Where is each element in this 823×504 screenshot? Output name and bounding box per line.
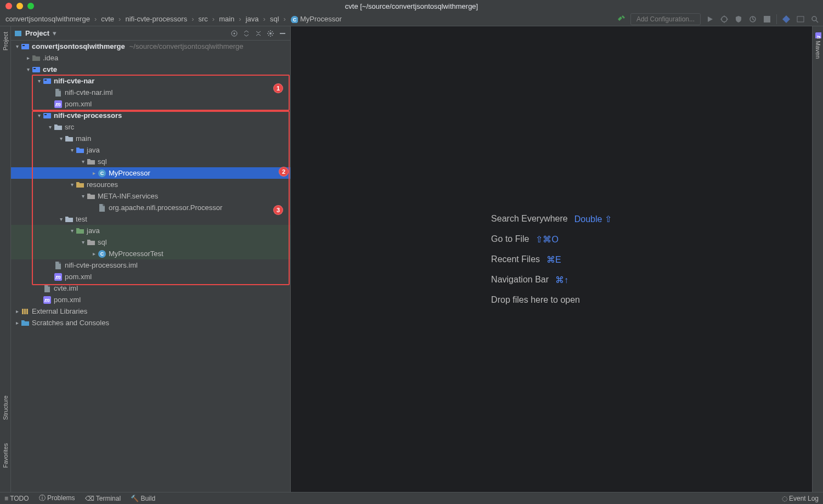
window-close-button[interactable] [5, 3, 12, 9]
hide-icon[interactable] [278, 29, 287, 38]
annotation-badge-2: 2 [279, 167, 289, 177]
gutter-tab-favorites[interactable]: Favorites [2, 440, 9, 471]
status-todo[interactable]: ≡ TODO [4, 495, 29, 502]
status-bar: ≡ TODO ⓘ Problems ⌫ Terminal 🔨 Build ◌ E… [0, 492, 823, 504]
window-title: cvte [~/source/convertjsontosqlwithmerge… [0, 2, 823, 10]
breadcrumb-item[interactable]: MyProcessor [288, 13, 344, 25]
tree-node-main[interactable]: ▾ main [11, 133, 290, 144]
svg-rect-14 [15, 31, 21, 36]
build-hammer-icon[interactable] [616, 14, 626, 24]
shortcut-label: Double ⇧ [574, 214, 612, 224]
tree-node-java-test[interactable]: ▾ java [11, 225, 290, 236]
tree-node-spi-file[interactable]: org.apache.nifi.processor.Processor [11, 202, 290, 213]
svg-rect-11 [764, 16, 770, 22]
editor-empty-state[interactable]: Search Everywhere Double ⇧ Go to File ⇧⌘… [291, 26, 812, 492]
hint-search-everywhere: Search Everywhere Double ⇧ [491, 214, 612, 224]
annotation-badge-3: 3 [273, 205, 283, 215]
annotation-badge-1: 1 [273, 83, 283, 93]
tree-node-src[interactable]: ▾ src [11, 121, 290, 133]
hint-goto-file: Go to File ⇧⌘O [491, 234, 612, 245]
project-tool-window: Project ▾ ▾ convertjsontosqlwithmerge ~/… [11, 26, 291, 492]
svg-point-17 [269, 32, 272, 35]
tree-node-processors-module[interactable]: ▾ nifi-cvte-processors [11, 110, 290, 121]
git-icon[interactable] [781, 14, 791, 24]
svg-rect-12 [797, 16, 804, 22]
status-build[interactable]: 🔨 Build [131, 495, 155, 502]
search-icon[interactable] [810, 14, 820, 24]
svg-rect-18 [280, 33, 285, 34]
tree-node-scratches[interactable]: ▸ Scratches and Consoles [11, 317, 290, 329]
title-bar: cvte [~/source/convertjsontosqlwithmerge… [0, 0, 823, 12]
gear-icon[interactable] [266, 29, 275, 38]
tree-node-proc-pom[interactable]: pom.xml [11, 271, 290, 282]
tree-node-sql-main[interactable]: ▾ sql [11, 156, 290, 167]
ide-settings-icon[interactable] [796, 14, 805, 24]
tree-node-meta-inf[interactable]: ▾ META-INF.services [11, 190, 290, 202]
gutter-tab-maven[interactable]: Maven [815, 29, 821, 62]
stop-icon[interactable] [762, 14, 772, 24]
status-terminal[interactable]: ⌫ Terminal [85, 495, 121, 502]
gutter-tab-project[interactable]: Project [2, 29, 9, 54]
window-minimize-button[interactable] [16, 3, 23, 9]
breadcrumb-item[interactable]: main [217, 13, 236, 25]
project-pane-header: Project ▾ [11, 26, 290, 41]
shortcut-label: ⌘↑ [555, 275, 568, 285]
status-problems[interactable]: ⓘ Problems [39, 494, 75, 503]
right-tool-gutter: Maven [812, 26, 823, 492]
breadcrumb-item[interactable]: nifi-cvte-processors [123, 13, 189, 25]
svg-point-9 [721, 16, 727, 22]
breadcrumb-item[interactable]: convertjsontosqlwithmerge [3, 13, 92, 25]
left-tool-gutter: Project Structure Favorites [0, 26, 11, 492]
navigation-bar: convertjsontosqlwithmerge › cvte › nifi-… [0, 12, 823, 26]
locate-icon[interactable] [230, 29, 239, 38]
breadcrumb-item[interactable]: cvte [99, 13, 116, 25]
breadcrumb-item[interactable]: src [196, 13, 210, 25]
collapse-all-icon[interactable] [254, 29, 263, 38]
run-icon[interactable] [705, 14, 715, 24]
tree-node-cvte-iml[interactable]: cvte.iml [11, 282, 290, 294]
shortcut-label: ⌘E [546, 254, 561, 265]
tree-node-test[interactable]: ▾ test [11, 213, 290, 225]
tree-node-cvte[interactable]: ▾ cvte [11, 64, 290, 75]
debug-icon[interactable] [719, 14, 729, 24]
tree-node-external-libraries[interactable]: ▸ External Libraries [11, 305, 290, 317]
add-configuration-button[interactable]: Add Configuration... [630, 13, 701, 25]
shortcut-label: ⇧⌘O [535, 234, 558, 245]
breadcrumb: convertjsontosqlwithmerge › cvte › nifi-… [3, 13, 616, 25]
tree-node-idea[interactable]: ▸ .idea [11, 52, 290, 64]
tree-node-sql-test[interactable]: ▾ sql [11, 236, 290, 248]
gutter-tab-structure[interactable]: Structure [2, 392, 9, 423]
tree-node-root[interactable]: ▾ convertjsontosqlwithmerge ~/source/con… [11, 41, 290, 52]
tree-node-nar-module[interactable]: ▾ nifi-cvte-nar [11, 75, 290, 87]
project-view-icon [14, 30, 22, 37]
tree-node-nar-pom[interactable]: pom.xml [11, 98, 290, 110]
hint-recent-files: Recent Files ⌘E [491, 254, 612, 265]
project-tree[interactable]: ▾ convertjsontosqlwithmerge ~/source/con… [11, 41, 290, 329]
tree-node-my-processor-test[interactable]: ▸ MyProcessorTest [11, 248, 290, 259]
breadcrumb-item[interactable]: sql [268, 13, 281, 25]
chevron-down-icon[interactable]: ▾ [53, 29, 57, 37]
tree-node-java-main[interactable]: ▾ java [11, 144, 290, 156]
tree-node-my-processor[interactable]: ▸ MyProcessor [11, 167, 290, 179]
project-pane-title[interactable]: Project [25, 29, 49, 37]
status-event-log[interactable]: ◌ Event Log [782, 495, 819, 502]
window-zoom-button[interactable] [27, 3, 34, 9]
tree-node-resources[interactable]: ▾ resources [11, 179, 290, 190]
tree-node-cvte-pom[interactable]: pom.xml [11, 294, 290, 305]
tree-node-nar-iml[interactable]: nifi-cvte-nar.iml [11, 87, 290, 98]
svg-point-13 [812, 16, 816, 21]
tree-node-proc-iml[interactable]: nifi-cvte-processors.iml [11, 259, 290, 271]
profile-icon[interactable] [748, 14, 758, 24]
hint-drop-files: Drop files here to open [491, 295, 612, 305]
hint-navigation-bar: Navigation Bar ⌘↑ [491, 275, 612, 285]
coverage-icon[interactable] [734, 14, 743, 24]
svg-point-16 [234, 32, 235, 34]
breadcrumb-item[interactable]: java [244, 13, 261, 25]
expand-all-icon[interactable] [242, 29, 251, 38]
